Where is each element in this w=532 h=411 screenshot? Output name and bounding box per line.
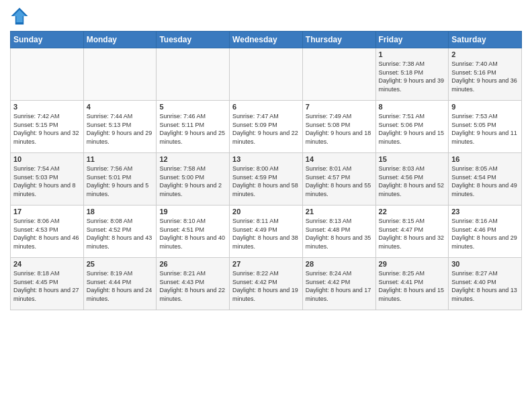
- day-info: Sunrise: 8:03 AM Sunset: 4:56 PM Dayligh…: [379, 165, 446, 198]
- calendar-cell: 25Sunrise: 8:19 AM Sunset: 4:44 PM Dayli…: [83, 258, 157, 310]
- calendar-cell: 14Sunrise: 8:01 AM Sunset: 4:57 PM Dayli…: [302, 153, 375, 205]
- calendar-cell: 6Sunrise: 7:47 AM Sunset: 5:09 PM Daylig…: [230, 101, 303, 153]
- calendar-cell: 23Sunrise: 8:16 AM Sunset: 4:46 PM Dayli…: [449, 205, 522, 258]
- day-number: 26: [159, 260, 226, 268]
- day-info: Sunrise: 7:51 AM Sunset: 5:06 PM Dayligh…: [379, 112, 446, 146]
- day-number: 13: [232, 155, 300, 163]
- day-number: 19: [159, 208, 226, 216]
- day-info: Sunrise: 7:47 AM Sunset: 5:09 PM Dayligh…: [232, 112, 300, 146]
- day-number: 12: [159, 155, 226, 163]
- weekday-header: Saturday: [449, 32, 522, 48]
- day-info: Sunrise: 8:15 AM Sunset: 4:47 PM Dayligh…: [379, 217, 446, 250]
- day-number: 8: [379, 103, 446, 111]
- weekday-row: SundayMondayTuesdayWednesdayThursdayFrid…: [11, 32, 522, 48]
- weekday-header: Tuesday: [157, 32, 230, 48]
- day-info: Sunrise: 8:19 AM Sunset: 4:44 PM Dayligh…: [87, 269, 154, 303]
- calendar-container: SundayMondayTuesdayWednesdayThursdayFrid…: [0, 0, 532, 317]
- calendar-header: SundayMondayTuesdayWednesdayThursdayFrid…: [11, 32, 522, 48]
- calendar-cell: 28Sunrise: 8:24 AM Sunset: 4:42 PM Dayli…: [302, 258, 375, 310]
- logo-icon: [10, 7, 29, 26]
- day-number: 21: [306, 208, 373, 216]
- calendar-week-row: 1Sunrise: 7:38 AM Sunset: 5:18 PM Daylig…: [11, 48, 522, 101]
- calendar-cell: 3Sunrise: 7:42 AM Sunset: 5:15 PM Daylig…: [11, 101, 84, 153]
- calendar-cell: 11Sunrise: 7:56 AM Sunset: 5:01 PM Dayli…: [83, 153, 157, 205]
- calendar-cell: 8Sunrise: 7:51 AM Sunset: 5:06 PM Daylig…: [375, 101, 449, 153]
- day-info: Sunrise: 8:16 AM Sunset: 4:46 PM Dayligh…: [451, 217, 519, 250]
- day-number: 20: [232, 208, 300, 216]
- day-number: 25: [87, 260, 154, 268]
- calendar-cell: 9Sunrise: 7:53 AM Sunset: 5:05 PM Daylig…: [449, 101, 522, 153]
- day-number: 14: [306, 155, 373, 163]
- calendar-cell: 12Sunrise: 7:58 AM Sunset: 5:00 PM Dayli…: [157, 153, 230, 205]
- day-number: 11: [87, 155, 154, 163]
- logo: [10, 7, 32, 26]
- day-info: Sunrise: 7:38 AM Sunset: 5:18 PM Dayligh…: [379, 60, 446, 93]
- calendar-cell: 15Sunrise: 8:03 AM Sunset: 4:56 PM Dayli…: [375, 153, 449, 205]
- calendar-cell: 13Sunrise: 8:00 AM Sunset: 4:59 PM Dayli…: [230, 153, 303, 205]
- weekday-header: Friday: [375, 32, 449, 48]
- day-number: 4: [87, 103, 154, 111]
- day-number: 7: [306, 103, 373, 111]
- calendar-cell: 20Sunrise: 8:11 AM Sunset: 4:49 PM Dayli…: [230, 205, 303, 258]
- day-number: 16: [451, 155, 519, 163]
- day-number: 9: [451, 103, 519, 111]
- day-info: Sunrise: 8:25 AM Sunset: 4:41 PM Dayligh…: [379, 269, 446, 303]
- day-number: 17: [13, 208, 81, 216]
- day-number: 5: [159, 103, 226, 111]
- day-number: 30: [451, 260, 519, 268]
- calendar-cell: 19Sunrise: 8:10 AM Sunset: 4:51 PM Dayli…: [157, 205, 230, 258]
- day-info: Sunrise: 8:00 AM Sunset: 4:59 PM Dayligh…: [232, 165, 300, 198]
- calendar-week-row: 10Sunrise: 7:54 AM Sunset: 5:03 PM Dayli…: [11, 153, 522, 205]
- weekday-header: Sunday: [11, 32, 84, 48]
- calendar-cell: 29Sunrise: 8:25 AM Sunset: 4:41 PM Dayli…: [375, 258, 449, 310]
- day-info: Sunrise: 8:01 AM Sunset: 4:57 PM Dayligh…: [306, 165, 373, 198]
- day-info: Sunrise: 7:49 AM Sunset: 5:08 PM Dayligh…: [306, 112, 373, 146]
- calendar-cell: 21Sunrise: 8:13 AM Sunset: 4:48 PM Dayli…: [302, 205, 375, 258]
- day-info: Sunrise: 8:22 AM Sunset: 4:42 PM Dayligh…: [232, 269, 300, 303]
- day-number: 23: [451, 208, 519, 216]
- calendar-cell: 24Sunrise: 8:18 AM Sunset: 4:45 PM Dayli…: [11, 258, 84, 310]
- day-info: Sunrise: 8:24 AM Sunset: 4:42 PM Dayligh…: [306, 269, 373, 303]
- day-info: Sunrise: 8:06 AM Sunset: 4:53 PM Dayligh…: [13, 217, 81, 250]
- day-info: Sunrise: 7:44 AM Sunset: 5:13 PM Dayligh…: [87, 112, 154, 146]
- day-number: 10: [13, 155, 81, 163]
- day-info: Sunrise: 7:42 AM Sunset: 5:15 PM Dayligh…: [13, 112, 81, 146]
- day-number: 28: [306, 260, 373, 268]
- calendar-cell: 10Sunrise: 7:54 AM Sunset: 5:03 PM Dayli…: [11, 153, 84, 205]
- calendar-cell: 1Sunrise: 7:38 AM Sunset: 5:18 PM Daylig…: [375, 48, 449, 101]
- weekday-header: Thursday: [302, 32, 375, 48]
- calendar-week-row: 17Sunrise: 8:06 AM Sunset: 4:53 PM Dayli…: [11, 205, 522, 258]
- calendar-cell: 7Sunrise: 7:49 AM Sunset: 5:08 PM Daylig…: [302, 101, 375, 153]
- day-number: 6: [232, 103, 300, 111]
- weekday-header: Monday: [83, 32, 157, 48]
- calendar-cell: 2Sunrise: 7:40 AM Sunset: 5:16 PM Daylig…: [449, 48, 522, 101]
- calendar-cell: 27Sunrise: 8:22 AM Sunset: 4:42 PM Dayli…: [230, 258, 303, 310]
- day-info: Sunrise: 8:11 AM Sunset: 4:49 PM Dayligh…: [232, 217, 300, 250]
- day-info: Sunrise: 8:21 AM Sunset: 4:43 PM Dayligh…: [159, 269, 226, 303]
- svg-marker-1: [13, 10, 26, 23]
- calendar-cell: 26Sunrise: 8:21 AM Sunset: 4:43 PM Dayli…: [157, 258, 230, 310]
- calendar-cell: 5Sunrise: 7:46 AM Sunset: 5:11 PM Daylig…: [157, 101, 230, 153]
- calendar-cell: 4Sunrise: 7:44 AM Sunset: 5:13 PM Daylig…: [83, 101, 157, 153]
- calendar-cell: [302, 48, 375, 101]
- day-info: Sunrise: 8:10 AM Sunset: 4:51 PM Dayligh…: [159, 217, 226, 250]
- calendar-cell: [157, 48, 230, 101]
- calendar-cell: 22Sunrise: 8:15 AM Sunset: 4:47 PM Dayli…: [375, 205, 449, 258]
- day-info: Sunrise: 8:05 AM Sunset: 4:54 PM Dayligh…: [451, 165, 519, 198]
- day-number: 15: [379, 155, 446, 163]
- day-info: Sunrise: 7:58 AM Sunset: 5:00 PM Dayligh…: [159, 165, 226, 198]
- day-info: Sunrise: 7:53 AM Sunset: 5:05 PM Dayligh…: [451, 112, 519, 146]
- weekday-header: Wednesday: [230, 32, 303, 48]
- day-number: 27: [232, 260, 300, 268]
- calendar-cell: 18Sunrise: 8:08 AM Sunset: 4:52 PM Dayli…: [83, 205, 157, 258]
- day-number: 18: [87, 208, 154, 216]
- calendar-week-row: 24Sunrise: 8:18 AM Sunset: 4:45 PM Dayli…: [11, 258, 522, 310]
- day-number: 3: [13, 103, 81, 111]
- calendar-cell: [230, 48, 303, 101]
- day-number: 22: [379, 208, 446, 216]
- day-number: 1: [379, 50, 446, 58]
- calendar-week-row: 3Sunrise: 7:42 AM Sunset: 5:15 PM Daylig…: [11, 101, 522, 153]
- day-number: 2: [451, 50, 519, 58]
- day-info: Sunrise: 8:18 AM Sunset: 4:45 PM Dayligh…: [13, 269, 81, 303]
- day-info: Sunrise: 7:46 AM Sunset: 5:11 PM Dayligh…: [159, 112, 226, 146]
